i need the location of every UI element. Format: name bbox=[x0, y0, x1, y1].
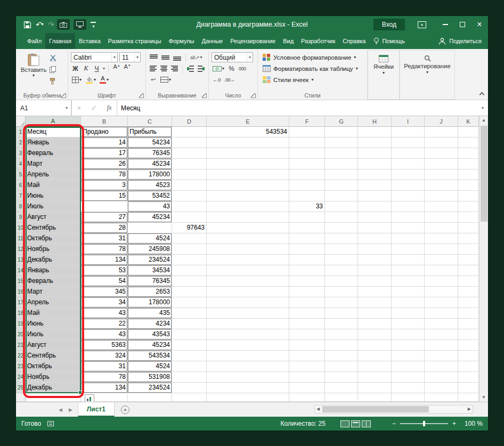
cell-B12[interactable]: 78 bbox=[81, 244, 128, 255]
previous-sheet-icon[interactable]: ◀ bbox=[59, 407, 62, 412]
cell-F11[interactable] bbox=[289, 233, 325, 244]
grow-font-button[interactable]: А▴ bbox=[112, 63, 121, 74]
cell-C8[interactable]: 43 bbox=[128, 201, 172, 212]
cell-F6[interactable] bbox=[289, 180, 325, 191]
cell-I13[interactable] bbox=[392, 255, 425, 265]
cell-G18[interactable] bbox=[325, 308, 358, 319]
cell-E19[interactable] bbox=[207, 319, 289, 329]
vertical-scrollbar-thumb[interactable] bbox=[481, 126, 487, 222]
cell-H9[interactable] bbox=[358, 212, 392, 223]
insert-function-icon[interactable]: fx bbox=[107, 104, 112, 112]
cell-A2[interactable]: Январь bbox=[26, 137, 81, 148]
cell-K18[interactable] bbox=[458, 308, 479, 319]
cell-E14[interactable] bbox=[207, 265, 289, 276]
cell-B25[interactable]: 134 bbox=[81, 383, 128, 393]
cell-D17[interactable] bbox=[172, 297, 207, 308]
cell-F7[interactable] bbox=[289, 191, 325, 201]
maximize-button[interactable] bbox=[454, 16, 471, 33]
cell-K20[interactable] bbox=[458, 329, 479, 340]
cell-K[interactable] bbox=[458, 393, 479, 402]
macro-record-icon[interactable] bbox=[47, 421, 54, 426]
cell-C22[interactable]: 543534 bbox=[128, 351, 172, 361]
cut-button[interactable] bbox=[50, 54, 56, 63]
cell-I9[interactable] bbox=[392, 212, 425, 223]
cell-K8[interactable] bbox=[458, 201, 479, 212]
cell-A21[interactable]: Август bbox=[26, 340, 81, 351]
cell-C13[interactable]: 234524 bbox=[128, 255, 172, 265]
increase-indent-button[interactable] bbox=[197, 63, 206, 74]
cell-F2[interactable] bbox=[289, 137, 325, 148]
cell-J13[interactable] bbox=[425, 255, 458, 265]
cell-A24[interactable]: Ноябрь bbox=[26, 372, 81, 383]
row-header-13[interactable]: 13 bbox=[16, 255, 26, 265]
column-header-A[interactable]: A bbox=[26, 116, 81, 127]
cell-J1[interactable] bbox=[425, 127, 458, 137]
wrap-text-button[interactable]: ↩ bbox=[149, 75, 158, 85]
fill-color-button[interactable]: ▾ bbox=[84, 75, 97, 85]
cell-I12[interactable] bbox=[392, 244, 425, 255]
row-header-7[interactable]: 7 bbox=[16, 191, 26, 201]
cell-J7[interactable] bbox=[425, 191, 458, 201]
column-header-B[interactable]: B bbox=[81, 116, 128, 127]
row-header-23[interactable]: 23 bbox=[16, 361, 26, 372]
decrease-decimal-button[interactable]: .00→ bbox=[223, 75, 236, 85]
cell-E4[interactable] bbox=[207, 159, 289, 169]
tab-view[interactable]: Вид bbox=[279, 33, 297, 49]
cell-C12[interactable]: 245908 bbox=[128, 244, 172, 255]
row-header-18[interactable]: 18 bbox=[16, 308, 26, 319]
cell-H3[interactable] bbox=[358, 148, 392, 159]
clipboard-dialog-launcher-icon[interactable] bbox=[61, 93, 66, 98]
cell-E8[interactable] bbox=[207, 201, 289, 212]
cell-F16[interactable] bbox=[289, 287, 325, 297]
cell-J9[interactable] bbox=[425, 212, 458, 223]
cell-H14[interactable] bbox=[358, 265, 392, 276]
cell-G25[interactable] bbox=[325, 383, 358, 393]
formula-input[interactable]: Месяц bbox=[117, 100, 477, 116]
cell-K6[interactable] bbox=[458, 180, 479, 191]
cell-A20[interactable]: Июль bbox=[26, 329, 81, 340]
font-size-combo[interactable]: 11▾ bbox=[119, 52, 141, 62]
sign-in-button[interactable]: Вход bbox=[373, 19, 405, 30]
cell-C14[interactable]: 34534 bbox=[128, 265, 172, 276]
cell-K12[interactable] bbox=[458, 244, 479, 255]
cell-A25[interactable]: Декабрь bbox=[26, 383, 81, 393]
cell-G21[interactable] bbox=[325, 340, 358, 351]
zoom-slider[interactable] bbox=[400, 423, 448, 424]
quick-analysis-button[interactable] bbox=[85, 394, 94, 402]
cell-I17[interactable] bbox=[392, 297, 425, 308]
cell-C17[interactable]: 178000 bbox=[128, 297, 172, 308]
cell-E20[interactable] bbox=[207, 329, 289, 340]
row-header-partial[interactable] bbox=[16, 393, 26, 402]
cell-A8[interactable]: Июль bbox=[26, 201, 81, 212]
cell-H15[interactable] bbox=[358, 276, 392, 287]
cell-A5[interactable]: Апрель bbox=[26, 169, 81, 180]
align-left-button[interactable] bbox=[149, 63, 158, 74]
cell-J16[interactable] bbox=[425, 287, 458, 297]
cell-I8[interactable] bbox=[392, 201, 425, 212]
tab-data[interactable]: Данные bbox=[198, 33, 226, 49]
cell-A9[interactable]: Август bbox=[26, 212, 81, 223]
cell-K21[interactable] bbox=[458, 340, 479, 351]
cell-D24[interactable] bbox=[172, 372, 207, 383]
camera-button[interactable] bbox=[57, 19, 70, 30]
cell-H7[interactable] bbox=[358, 191, 392, 201]
cell-D8[interactable] bbox=[172, 201, 207, 212]
scroll-down-icon[interactable]: ▼ bbox=[482, 393, 486, 402]
cell-G16[interactable] bbox=[325, 287, 358, 297]
cell-I15[interactable] bbox=[392, 276, 425, 287]
sheet-tab-list1[interactable]: Лист1 bbox=[78, 402, 115, 417]
cell-I19[interactable] bbox=[392, 319, 425, 329]
cell-A[interactable] bbox=[26, 393, 81, 402]
cell-H5[interactable] bbox=[358, 169, 392, 180]
cell-J19[interactable] bbox=[425, 319, 458, 329]
cell-I5[interactable] bbox=[392, 169, 425, 180]
cell-G[interactable] bbox=[325, 393, 358, 402]
cell-D25[interactable] bbox=[172, 383, 207, 393]
cell-H23[interactable] bbox=[358, 361, 392, 372]
cell-B21[interactable]: 5363 bbox=[81, 340, 128, 351]
cell-J4[interactable] bbox=[425, 159, 458, 169]
cell-I6[interactable] bbox=[392, 180, 425, 191]
redo-button[interactable]: ↷ bbox=[47, 20, 54, 29]
row-header-25[interactable]: 25 bbox=[16, 383, 26, 393]
cell-C2[interactable]: 54234 bbox=[128, 137, 172, 148]
